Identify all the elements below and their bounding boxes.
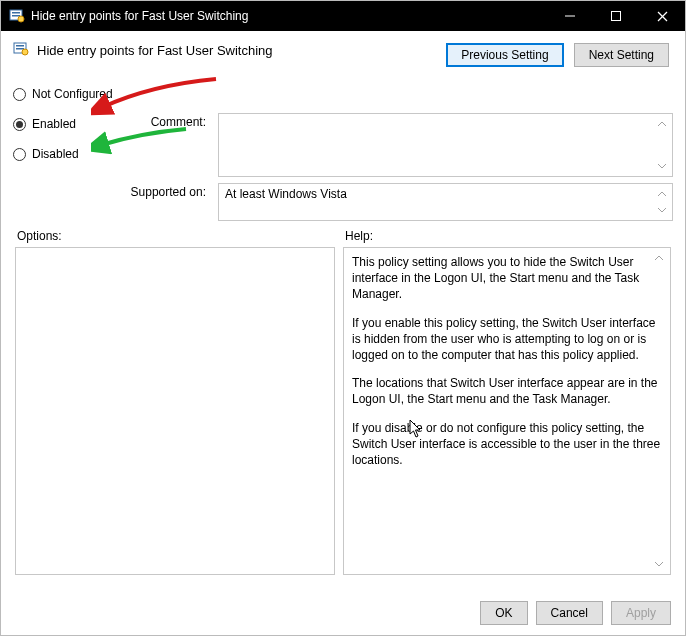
maximize-button[interactable] <box>593 1 639 31</box>
svg-rect-2 <box>12 15 20 17</box>
chevron-down-icon <box>657 159 669 173</box>
help-paragraph: If you enable this policy setting, the S… <box>352 315 662 364</box>
page-title: Hide entry points for Fast User Switchin… <box>37 43 273 58</box>
help-paragraph: This policy setting allows you to hide t… <box>352 254 662 303</box>
chevron-up-icon <box>654 251 666 265</box>
close-button[interactable] <box>639 1 685 31</box>
policy-icon <box>13 41 29 60</box>
help-panel: This policy setting allows you to hide t… <box>343 247 671 575</box>
supported-label: Supported on: <box>13 183 218 221</box>
options-label: Options: <box>15 229 335 243</box>
supported-on-field: At least Windows Vista <box>218 183 673 221</box>
help-label: Help: <box>343 229 671 243</box>
titlebar: Hide entry points for Fast User Switchin… <box>1 1 685 31</box>
cancel-button[interactable]: Cancel <box>536 601 603 625</box>
svg-rect-10 <box>16 48 24 50</box>
window-controls <box>547 1 685 31</box>
supported-on-value: At least Windows Vista <box>225 187 347 201</box>
help-paragraph: The locations that Switch User interface… <box>352 375 662 407</box>
radio-disabled[interactable] <box>13 148 26 161</box>
comment-input[interactable] <box>218 113 673 177</box>
svg-rect-5 <box>612 12 621 21</box>
window-title: Hide entry points for Fast User Switchin… <box>31 9 547 23</box>
chevron-up-icon <box>657 187 669 201</box>
options-panel <box>15 247 335 575</box>
help-paragraph: If you disable or do not configure this … <box>352 420 662 469</box>
ok-button[interactable]: OK <box>480 601 527 625</box>
minimize-button[interactable] <box>547 1 593 31</box>
radio-enabled[interactable] <box>13 118 26 131</box>
svg-point-11 <box>22 49 28 55</box>
radio-not-configured[interactable] <box>13 88 26 101</box>
chevron-down-icon <box>654 557 666 571</box>
radio-enabled-label: Enabled <box>32 117 76 131</box>
svg-rect-1 <box>12 12 20 14</box>
previous-setting-button[interactable]: Previous Setting <box>446 43 563 67</box>
svg-rect-9 <box>16 45 24 47</box>
apply-button[interactable]: Apply <box>611 601 671 625</box>
svg-point-3 <box>18 16 24 22</box>
next-setting-button[interactable]: Next Setting <box>574 43 669 67</box>
policy-icon <box>9 8 25 24</box>
radio-disabled-label: Disabled <box>32 147 79 161</box>
chevron-down-icon <box>657 203 669 217</box>
radio-not-configured-label: Not Configured <box>32 87 113 101</box>
chevron-up-icon <box>657 117 669 131</box>
